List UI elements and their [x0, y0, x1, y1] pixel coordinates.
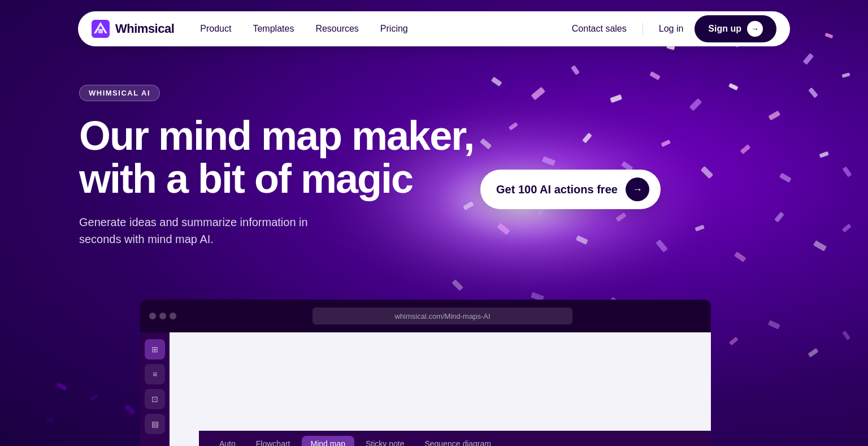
browser-url-text: whimsical.com/Mind-maps-AI — [394, 312, 490, 321]
svg-rect-35 — [576, 235, 588, 245]
svg-rect-61 — [98, 29, 103, 33]
navbar: Whimsical Product Templates Resources Pr… — [78, 11, 790, 46]
svg-rect-19 — [808, 88, 818, 98]
browser-content: ⊞ ≡ ⊡ ▤ Auto Flowchart Mind map Sticky n… — [140, 332, 711, 446]
browser-dots — [149, 313, 176, 319]
svg-rect-27 — [701, 166, 714, 179]
svg-rect-52 — [808, 348, 818, 358]
svg-rect-57 — [45, 417, 54, 423]
cta-button[interactable]: Get 100 AI actions free → — [480, 170, 661, 209]
login-link[interactable]: Log in — [650, 19, 693, 38]
svg-rect-22 — [509, 122, 518, 131]
sidebar-icon-3[interactable]: ⊡ — [145, 389, 165, 409]
svg-rect-36 — [615, 213, 626, 222]
svg-rect-41 — [813, 240, 827, 252]
browser-dot-3 — [170, 313, 176, 319]
main-content-area: Auto Flowchart Mind map Sticky note Sequ… — [170, 332, 711, 446]
svg-rect-13 — [571, 65, 580, 75]
nav-link-pricing[interactable]: Pricing — [371, 19, 417, 38]
sidebar-icon-4[interactable]: ▤ — [145, 414, 165, 434]
browser-url-bar[interactable]: whimsical.com/Mind-maps-AI — [313, 308, 572, 324]
svg-rect-24 — [582, 133, 592, 144]
svg-rect-37 — [656, 239, 668, 252]
svg-rect-16 — [689, 98, 702, 111]
svg-rect-33 — [497, 223, 510, 235]
contact-sales-link[interactable]: Contact sales — [563, 19, 636, 38]
svg-rect-15 — [649, 71, 661, 80]
cta-button-text: Get 100 AI actions free — [496, 183, 618, 196]
svg-rect-9 — [803, 53, 814, 65]
nav-link-product[interactable]: Product — [191, 19, 240, 38]
svg-rect-56 — [124, 404, 136, 415]
svg-rect-43 — [452, 279, 463, 291]
svg-rect-30 — [819, 151, 828, 158]
browser-toolbar: whimsical.com/Mind-maps-AI — [140, 300, 711, 332]
toolbar-mindmap[interactable]: Mind map — [302, 436, 354, 446]
hero-subtitle: Generate ideas and summarize information… — [79, 214, 350, 248]
browser-dot-2 — [159, 313, 166, 319]
nav-right: Contact sales Log in Sign up → — [563, 15, 776, 42]
svg-rect-26 — [661, 140, 670, 147]
svg-rect-23 — [542, 157, 555, 166]
svg-rect-53 — [842, 331, 850, 340]
toolbar-sequence[interactable]: Sequence diagram — [415, 436, 500, 446]
browser-dot-1 — [149, 313, 156, 319]
sidebar-icon-2[interactable]: ≡ — [145, 364, 165, 384]
sidebar-icons: ⊞ ≡ ⊡ ▤ — [140, 332, 170, 446]
svg-rect-39 — [734, 252, 747, 262]
hero-content: WHIMSICAL AI Our mind map maker, with a … — [79, 85, 474, 270]
svg-rect-14 — [610, 94, 622, 103]
whimsical-logo-icon — [92, 20, 110, 38]
svg-rect-11 — [491, 77, 502, 87]
svg-rect-17 — [728, 83, 738, 90]
nav-link-resources[interactable]: Resources — [306, 19, 367, 38]
svg-rect-40 — [774, 212, 784, 223]
svg-rect-50 — [729, 337, 739, 346]
toolbar-flowchart[interactable]: Flowchart — [247, 436, 300, 446]
svg-rect-21 — [480, 138, 492, 150]
svg-rect-18 — [768, 111, 780, 121]
toolbar-sticky[interactable]: Sticky note — [357, 436, 413, 446]
signup-arrow-icon: → — [747, 21, 763, 37]
ai-badge-text: WHIMSICAL AI — [89, 89, 150, 97]
browser-mockup: whimsical.com/Mind-maps-AI ⊞ ≡ ⊡ ▤ Auto … — [140, 300, 711, 446]
nav-brand-text: Whimsical — [115, 21, 174, 36]
signup-button[interactable]: Sign up → — [695, 15, 776, 42]
toolbar-auto[interactable]: Auto — [210, 436, 245, 446]
svg-rect-28 — [740, 144, 751, 154]
svg-rect-20 — [841, 72, 850, 77]
cta-arrow-icon: → — [626, 177, 649, 201]
ai-badge: WHIMSICAL AI — [79, 85, 160, 101]
nav-divider — [643, 23, 643, 35]
svg-rect-29 — [779, 173, 792, 183]
svg-rect-42 — [842, 224, 852, 233]
svg-rect-51 — [768, 320, 780, 330]
nav-logo[interactable]: Whimsical — [92, 20, 174, 38]
svg-rect-10 — [824, 33, 833, 38]
diagram-toolbar: Auto Flowchart Mind map Sticky note Sequ… — [199, 431, 711, 446]
svg-rect-31 — [843, 166, 852, 177]
nav-link-templates[interactable]: Templates — [244, 19, 303, 38]
nav-links: Product Templates Resources Pricing — [191, 19, 563, 38]
hero-title: Our mind map maker, with a bit of magic — [79, 115, 474, 200]
sidebar-icon-1[interactable]: ⊞ — [145, 339, 165, 360]
svg-rect-38 — [695, 224, 704, 231]
svg-rect-54 — [56, 383, 67, 391]
svg-rect-12 — [531, 86, 545, 100]
svg-rect-55 — [90, 394, 98, 401]
